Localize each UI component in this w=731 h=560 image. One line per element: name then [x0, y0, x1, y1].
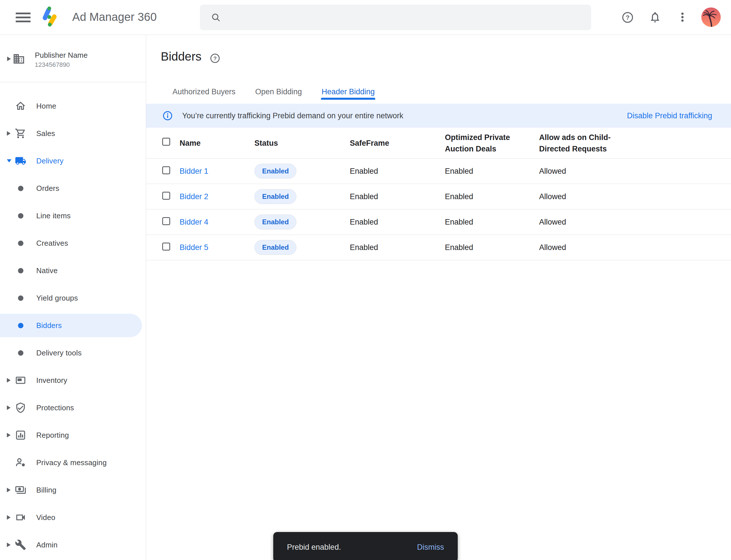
banner-message: You’re currently trafficking Prebid dema… [182, 111, 403, 120]
search-input[interactable] [230, 13, 582, 22]
sidebar-item-admin[interactable]: Admin [0, 531, 146, 559]
opad-cell: Enabled [445, 218, 539, 227]
bidder-link[interactable]: Bidder 2 [180, 192, 209, 201]
table-row-bidder-5: Bidder 5 Enabled Enabled Enabled Allowed [146, 235, 731, 260]
svg-text:?: ? [213, 55, 217, 61]
toast: Prebid enabled. Dismiss [273, 532, 458, 560]
sidebar-item-privacy-messaging[interactable]: Privacy & messaging [0, 449, 146, 476]
status-chip: Enabled [255, 215, 297, 229]
row-checkbox[interactable] [162, 243, 170, 251]
bell-icon[interactable] [649, 11, 661, 23]
video-icon [15, 512, 26, 523]
admin-icon [15, 539, 26, 551]
page-title: Bidders [161, 50, 201, 63]
child-directed-cell: Allowed [539, 243, 731, 252]
building-icon [13, 53, 25, 65]
sidebar-item-billing[interactable]: Billing [0, 476, 146, 504]
row-checkbox[interactable] [162, 217, 170, 225]
child-directed-cell: Allowed [539, 167, 731, 176]
safeframe-cell: Enabled [350, 192, 445, 201]
bullet-icon [18, 323, 23, 328]
safeframe-cell: Enabled [350, 243, 445, 252]
sidebar-item-creatives[interactable]: Creatives [0, 229, 146, 257]
tab-header-bidding[interactable]: Header Bidding [321, 84, 375, 100]
expand-arrow-icon[interactable] [7, 378, 11, 383]
truck-icon [15, 155, 26, 167]
row-checkbox[interactable] [162, 166, 170, 174]
table-row-bidder-4: Bidder 4 Enabled Enabled Enabled Allowed [146, 209, 731, 235]
row-checkbox[interactable] [162, 192, 170, 200]
bullet-icon [18, 268, 23, 273]
main-content: Bidders ? Authorized BuyersOpen BiddingH… [146, 35, 731, 560]
select-all-checkbox[interactable] [162, 138, 170, 146]
cart-icon [15, 128, 26, 139]
sidebar-item-inventory[interactable]: Inventory [0, 367, 146, 394]
bidder-link[interactable]: Bidder 1 [180, 167, 209, 175]
column-header-opad: Optimized Private Auction Deals [445, 132, 533, 155]
app-header: Ad Manager 360 ? [0, 0, 731, 35]
sidebar-item-orders[interactable]: Orders [0, 175, 146, 202]
expand-arrow-icon[interactable] [7, 405, 11, 410]
sidebar-item-delivery-tools[interactable]: Delivery tools [0, 339, 146, 367]
sidebar-item-bidders[interactable]: Bidders [0, 314, 142, 337]
child-directed-cell: Allowed [539, 218, 731, 227]
sidebar-item-home[interactable]: Home [0, 92, 146, 120]
page-help-icon[interactable]: ? [210, 53, 221, 64]
palm-tree-avatar[interactable] [701, 7, 721, 27]
bullet-icon [18, 295, 23, 301]
dismiss-button[interactable]: Dismiss [417, 543, 444, 552]
sidebar-item-reporting[interactable]: Reporting [0, 421, 146, 449]
expand-arrow-icon[interactable] [7, 433, 11, 437]
expand-arrow-icon [7, 57, 11, 61]
help-icon[interactable]: ? [621, 11, 634, 24]
bullet-icon [18, 213, 23, 219]
expand-arrow-icon[interactable] [7, 543, 11, 547]
app-title: Ad Manager 360 [72, 11, 157, 23]
opad-cell: Enabled [445, 192, 539, 201]
privacy-icon [15, 457, 26, 468]
table-header-row: Name Status SafeFrame Optimized Private … [146, 128, 731, 159]
sidebar-item-native[interactable]: Native [0, 257, 146, 284]
report-icon [15, 429, 26, 441]
bidder-link[interactable]: Bidder 4 [180, 218, 209, 226]
sidebar-nav: Home Sales Delivery Orders Line items Cr… [0, 82, 146, 559]
opad-cell: Enabled [445, 167, 539, 176]
expand-arrow-icon[interactable] [7, 488, 11, 492]
tab-bar: Authorized BuyersOpen BiddingHeader Bidd… [172, 84, 375, 100]
bidder-link[interactable]: Bidder 5 [180, 243, 209, 252]
sidebar-item-sales[interactable]: Sales [0, 120, 146, 147]
safeframe-cell: Enabled [350, 218, 445, 227]
expand-arrow-icon[interactable] [7, 131, 11, 136]
status-chip: Enabled [255, 240, 297, 255]
tab-authorized-buyers[interactable]: Authorized Buyers [172, 84, 236, 100]
sidebar-item-delivery[interactable]: Delivery [0, 147, 146, 175]
home-icon [15, 100, 26, 112]
billing-icon [15, 484, 26, 496]
sidebar-item-protections[interactable]: Protections [0, 394, 146, 421]
kebab-icon[interactable] [676, 11, 689, 23]
column-header-child-directed: Allow ads on Child-Directed Requests [539, 132, 628, 155]
collapse-arrow-icon[interactable] [7, 159, 11, 163]
sidebar-item-video[interactable]: Video [0, 504, 146, 531]
hamburger-icon[interactable] [16, 13, 31, 22]
publisher-selector[interactable]: Publisher Name 1234567890 [0, 45, 146, 72]
tab-open-bidding[interactable]: Open Bidding [255, 84, 303, 100]
sidebar-item-yield-groups[interactable]: Yield groups [0, 284, 146, 312]
sidebar: Publisher Name 1234567890 Home Sales Del… [0, 35, 146, 560]
bullet-icon [18, 186, 23, 191]
info-icon [163, 111, 173, 121]
column-header-name: Name [180, 137, 255, 149]
disable-prebid-link[interactable]: Disable Prebid trafficking [627, 111, 712, 120]
search-bar[interactable] [200, 5, 591, 30]
column-header-safeframe: SafeFrame [350, 137, 445, 149]
ad-manager-logo[interactable] [42, 5, 59, 29]
expand-arrow-icon[interactable] [7, 515, 11, 520]
inventory-icon [15, 375, 26, 386]
status-chip: Enabled [255, 164, 297, 179]
publisher-name: Publisher Name [35, 50, 88, 60]
prebid-banner: You’re currently trafficking Prebid dema… [146, 104, 731, 128]
publisher-id: 1234567890 [35, 60, 88, 69]
toast-message: Prebid enabled. [287, 543, 341, 552]
sidebar-item-line-items[interactable]: Line items [0, 202, 146, 229]
bullet-icon [18, 241, 23, 246]
